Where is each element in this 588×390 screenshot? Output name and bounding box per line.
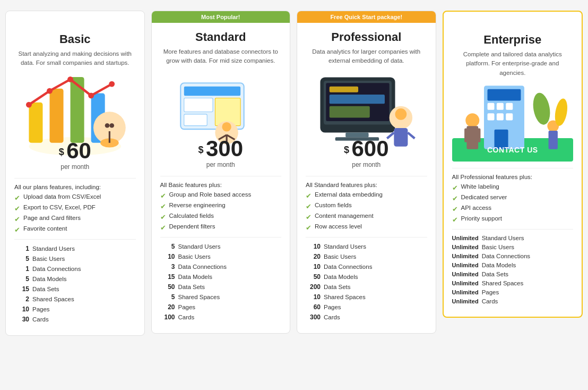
plan-badge-standard: Most Popular!	[152, 11, 290, 23]
feature-item: ✔Row access level	[306, 223, 427, 232]
feature-item: ✔Dependent filters	[160, 223, 282, 232]
quota-item: 5Shared Spaces	[160, 293, 282, 301]
quota-num: 30	[14, 316, 29, 323]
feature-text: Priority support	[461, 215, 502, 222]
plan-image-basic	[6, 84, 144, 132]
quota-num: 1	[14, 265, 29, 273]
svg-point-13	[105, 123, 110, 128]
quota-label: Pages	[32, 306, 50, 312]
quota-label: Basic Users	[324, 253, 356, 260]
quota-item: UnlimitedData Models	[452, 262, 574, 268]
svg-rect-43	[487, 114, 494, 121]
quota-num: Unlimited	[452, 253, 479, 259]
quota-item: 60Pages	[306, 303, 427, 311]
svg-rect-44	[496, 114, 503, 121]
svg-line-36	[408, 133, 414, 139]
price-period-basic: per month	[6, 163, 144, 171]
quota-label: Data Models	[178, 274, 213, 280]
quota-num: 15	[160, 273, 175, 281]
quota-item: 20Pages	[160, 303, 282, 311]
feature-text: White labeling	[461, 183, 499, 190]
features-label-basic: All our plans features, including:	[14, 184, 136, 190]
plan-badge-professional: Free Quick Start package!	[297, 11, 436, 23]
feature-text: Content management	[315, 213, 374, 219]
check-icon: ✔	[306, 213, 312, 221]
check-icon: ✔	[452, 194, 458, 202]
svg-point-24	[222, 122, 231, 131]
quota-label: Data Connections	[32, 266, 81, 272]
quota-num: 5	[14, 275, 29, 283]
quota-label: Data Models	[32, 276, 67, 282]
quota-label: Data Connections	[482, 253, 530, 259]
price-dollar-standard: $	[198, 145, 203, 155]
quota-num: Unlimited	[452, 262, 479, 268]
plan-card-enterprise: Enterprise Complete and tailored data an…	[443, 11, 583, 318]
quota-label: Shared Spaces	[178, 294, 220, 300]
quota-item: 5Data Models	[14, 275, 136, 283]
plan-card-professional: Free Quick Start package! Professional D…	[297, 11, 436, 334]
plan-body-standard: All Basic features plus:✔Group and Role …	[152, 176, 290, 321]
plan-image-standard	[152, 82, 290, 130]
feature-text: Page and Card filters	[23, 215, 81, 221]
feature-item: ✔Calculated fields	[160, 213, 282, 221]
quota-item: 5Standard Users	[160, 243, 282, 250]
quota-item: 1Standard Users	[14, 245, 136, 252]
feature-item: ✔Dedicated server	[452, 194, 574, 202]
feature-text: Upload data from CSV/Excel	[23, 193, 101, 200]
quota-item: 15Data Sets	[14, 285, 136, 293]
quota-label: Basic Users	[178, 253, 211, 260]
quota-item: UnlimitedPages	[452, 289, 574, 295]
quota-num: Unlimited	[452, 235, 479, 241]
feature-text: Calculated fields	[169, 213, 214, 219]
check-icon: ✔	[160, 213, 166, 221]
check-icon: ✔	[306, 224, 312, 232]
quota-num: Unlimited	[452, 289, 479, 295]
plan-body-enterprise: All Professional features plus:✔White la…	[444, 168, 582, 304]
quota-label: Standard Users	[32, 245, 75, 252]
quota-label: Data Connections	[178, 264, 227, 270]
svg-rect-49	[464, 129, 470, 142]
quota-label: Pages	[482, 289, 499, 295]
quota-label: Shared Spaces	[324, 294, 366, 300]
plan-badge-basic	[6, 11, 144, 25]
quota-num: 20	[306, 253, 321, 260]
plan-title-enterprise: Enterprise	[453, 33, 573, 47]
quota-item: 20Basic Users	[306, 253, 427, 260]
svg-rect-16	[184, 87, 240, 96]
feature-text: Favorite content	[23, 225, 67, 232]
features-label-professional: All Standard features plus:	[306, 182, 427, 188]
check-icon: ✔	[14, 205, 20, 213]
quota-num: 10	[306, 293, 321, 301]
quota-num: 200	[306, 283, 321, 291]
price-amount-standard: 300	[206, 136, 243, 161]
quota-item: 50Data Models	[306, 273, 427, 281]
price-dollar-professional: $	[344, 145, 349, 155]
plan-title-standard: Standard	[161, 30, 281, 44]
quota-num: 10	[306, 263, 321, 270]
quota-num: 60	[306, 303, 321, 311]
plan-title-professional: Professional	[307, 30, 426, 44]
svg-point-47	[465, 114, 479, 128]
quota-num: 50	[160, 283, 175, 291]
quota-label: Shared Spaces	[32, 296, 74, 302]
feature-item: ✔White labeling	[452, 183, 574, 192]
quota-num: 2	[14, 295, 29, 303]
check-icon: ✔	[160, 202, 166, 210]
feature-item: ✔API access	[452, 205, 574, 213]
svg-rect-1	[29, 103, 42, 143]
plan-body-professional: All Standard features plus:✔External dat…	[297, 176, 436, 321]
quota-item: 2Shared Spaces	[14, 295, 136, 303]
feature-text: Export to CSV, Excel, PDF	[23, 204, 96, 210]
quota-label: Data Sets	[482, 271, 509, 277]
check-icon: ✔	[14, 215, 20, 223]
feature-item: ✔Upload data from CSV/Excel	[14, 193, 136, 202]
check-icon: ✔	[14, 194, 20, 202]
feature-item: ✔Custom fields	[306, 202, 427, 210]
svg-rect-3	[71, 77, 84, 143]
feature-item: ✔Reverse engineering	[160, 202, 282, 210]
quota-label: Standard Users	[178, 243, 221, 250]
svg-rect-28	[330, 87, 358, 92]
svg-point-53	[531, 91, 552, 126]
quota-item: 10Data Connections	[306, 263, 427, 270]
svg-rect-17	[184, 98, 212, 112]
